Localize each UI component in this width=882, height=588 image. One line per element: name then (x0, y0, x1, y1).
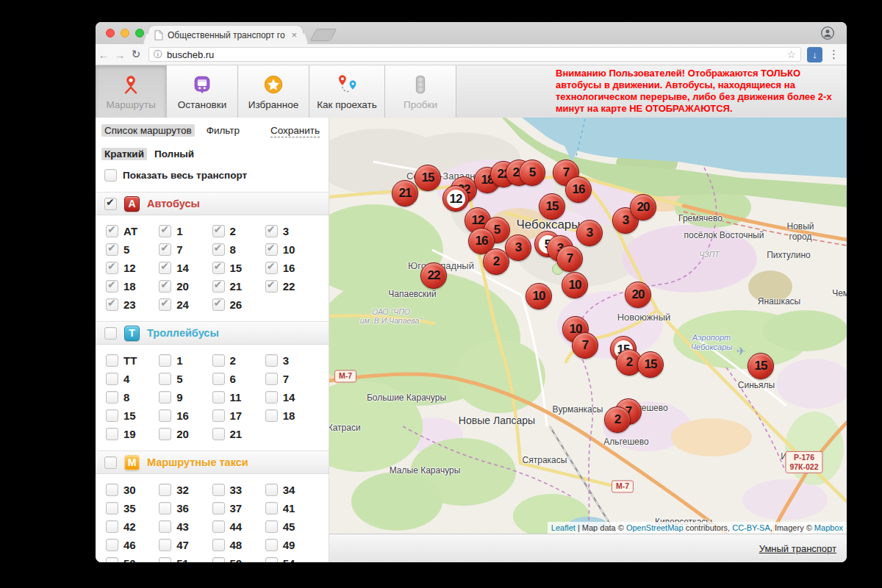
route-checkbox-46[interactable] (106, 539, 118, 551)
bus-marker-2[interactable]: 2 (483, 248, 509, 275)
attribution-link[interactable]: OpenStreetMap (626, 523, 684, 532)
toolbar-button-favorites[interactable]: Избранное (238, 65, 309, 118)
back-button[interactable]: ← (96, 49, 112, 61)
route-checkbox-49[interactable] (265, 539, 278, 551)
attribution-link[interactable]: Leaflet (551, 523, 576, 532)
bus-marker-5[interactable]: 5 (519, 159, 545, 186)
close-window-button[interactable] (106, 29, 115, 37)
route-checkbox-6[interactable] (212, 373, 225, 385)
route-checkbox-16[interactable] (159, 409, 171, 422)
route-checkbox-3[interactable] (265, 354, 278, 367)
route-checkbox-12[interactable] (106, 262, 118, 274)
route-checkbox-11[interactable] (212, 391, 225, 404)
route-checkbox-ТТ[interactable] (106, 354, 118, 367)
zoom-window-button[interactable] (135, 29, 144, 37)
browser-tab[interactable]: Общественный транспорт го × (148, 26, 303, 44)
view-short[interactable]: Краткий (101, 148, 147, 160)
bookmark-star-icon[interactable]: ☆ (786, 49, 796, 60)
route-checkbox-2[interactable] (212, 225, 225, 237)
route-checkbox-41[interactable] (265, 502, 278, 514)
minimize-window-button[interactable] (121, 29, 129, 37)
route-checkbox-20[interactable] (159, 428, 171, 440)
bus-marker-7[interactable]: 7 (572, 332, 598, 359)
route-checkbox-43[interactable] (159, 520, 171, 533)
bus-marker-3[interactable]: 3 (576, 220, 603, 246)
tab-route-list[interactable]: Список маршрутов (101, 124, 195, 137)
route-checkbox-45[interactable] (265, 520, 278, 533)
toolbar-button-traffic[interactable]: Пробки (385, 65, 456, 118)
bus-marker-15[interactable]: 15 (747, 353, 774, 379)
buses-section-checkbox[interactable] (104, 198, 117, 210)
route-checkbox-8[interactable] (212, 243, 225, 256)
route-checkbox-4[interactable] (106, 373, 118, 385)
route-checkbox-35[interactable] (106, 502, 118, 514)
route-checkbox-15[interactable] (212, 262, 225, 274)
route-checkbox-15[interactable] (106, 409, 118, 422)
route-checkbox-21[interactable] (212, 428, 225, 440)
route-checkbox-42[interactable] (106, 520, 118, 533)
profile-icon[interactable] (820, 26, 835, 40)
route-checkbox-23[interactable] (106, 298, 118, 311)
route-checkbox-51[interactable] (159, 557, 171, 562)
route-checkbox-36[interactable] (159, 502, 171, 514)
route-checkbox-50[interactable] (106, 557, 118, 562)
route-checkbox-52[interactable] (212, 557, 225, 562)
address-bar[interactable]: ⓘ buscheb.ru ☆ (148, 47, 801, 62)
route-checkbox-17[interactable] (212, 409, 225, 422)
route-checkbox-9[interactable] (159, 391, 171, 404)
smart-transport-link[interactable]: Умный транспорт (759, 543, 836, 554)
toolbar-button-stops[interactable]: Остановки (167, 65, 238, 118)
bus-marker-15[interactable]: 15 (539, 193, 565, 220)
bus-marker-7[interactable]: 7 (556, 245, 583, 272)
attribution-link[interactable]: Mapbox (814, 523, 843, 532)
url-text[interactable]: buscheb.ru (167, 49, 782, 60)
browser-menu-icon[interactable]: ⋮ (828, 48, 839, 61)
bus-marker-22[interactable]: 22 (420, 262, 447, 289)
route-checkbox-30[interactable] (106, 484, 118, 496)
route-checkbox-54[interactable] (265, 557, 278, 562)
route-checkbox-18[interactable] (265, 409, 278, 422)
route-checkbox-7[interactable] (265, 373, 278, 385)
toolbar-button-routes[interactable]: Маршруты (96, 65, 167, 118)
tab-filter[interactable]: Фильтр (207, 125, 240, 136)
bus-marker-2[interactable]: 2 (604, 406, 631, 433)
toolbar-button-directions[interactable]: Как проехать (309, 65, 385, 118)
route-checkbox-48[interactable] (212, 539, 225, 551)
route-checkbox-5[interactable] (106, 243, 118, 256)
buses-section-label[interactable]: Автобусы (147, 198, 200, 209)
bus-marker-15[interactable]: 15 (415, 165, 441, 191)
site-info-icon[interactable]: ⓘ (154, 49, 162, 61)
forward-button[interactable]: → (112, 49, 128, 61)
route-checkbox-14[interactable] (265, 391, 278, 404)
bus-marker-21[interactable]: 21 (392, 180, 418, 207)
route-checkbox-26[interactable] (212, 298, 225, 311)
route-checkbox-19[interactable] (106, 428, 118, 440)
tab-close-icon[interactable]: × (291, 30, 297, 40)
route-checkbox-1[interactable] (159, 354, 171, 367)
route-checkbox-16[interactable] (265, 262, 278, 274)
bus-marker-15[interactable]: 15 (637, 351, 664, 378)
taxis-section-checkbox[interactable] (104, 456, 117, 469)
route-checkbox-32[interactable] (159, 484, 171, 496)
route-checkbox-20[interactable] (159, 280, 171, 293)
bus-marker-20[interactable]: 20 (625, 282, 651, 308)
route-checkbox-2[interactable] (212, 354, 225, 367)
trolleybuses-section-label[interactable]: Троллейбусы (147, 327, 219, 339)
route-checkbox-44[interactable] (212, 520, 225, 533)
route-checkbox-22[interactable] (265, 280, 278, 293)
route-checkbox-24[interactable] (159, 298, 171, 311)
bus-marker-16[interactable]: 16 (565, 176, 592, 203)
route-checkbox-21[interactable] (212, 280, 225, 293)
route-checkbox-7[interactable] (159, 243, 171, 256)
reload-button[interactable]: ↻ (128, 48, 144, 61)
view-full[interactable]: Полный (154, 148, 194, 159)
route-checkbox-3[interactable] (265, 225, 278, 237)
route-checkbox-37[interactable] (212, 502, 225, 514)
route-checkbox-18[interactable] (106, 280, 118, 293)
route-checkbox-14[interactable] (159, 262, 171, 274)
trolleybuses-section-checkbox[interactable] (104, 327, 117, 340)
route-checkbox-5[interactable] (159, 373, 171, 385)
bus-marker-10[interactable]: 10 (562, 272, 588, 298)
route-checkbox-1[interactable] (159, 225, 171, 237)
route-checkbox-10[interactable] (265, 243, 278, 256)
